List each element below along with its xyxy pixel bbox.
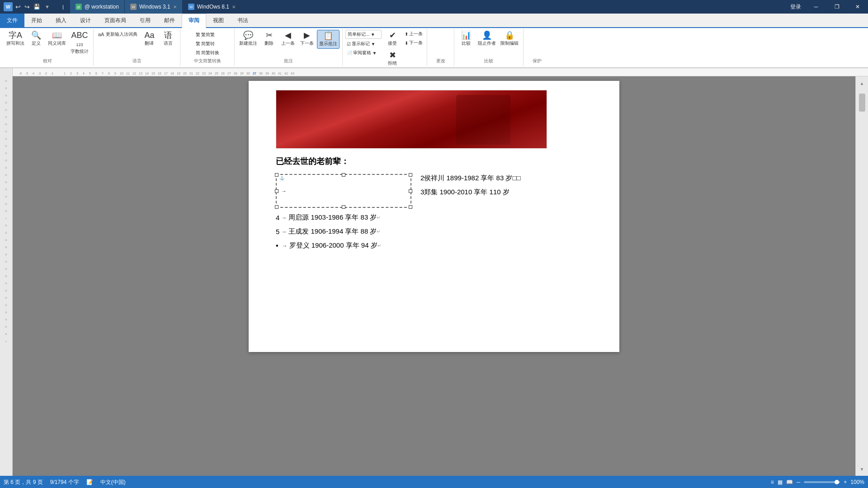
handle-tr[interactable] — [409, 173, 412, 177]
doc-image-container — [276, 90, 592, 149]
handle-bl[interactable] — [275, 205, 278, 209]
doc-entry-5: 5 → 王成发 1906-1994 享年 88 岁 ↵ — [276, 227, 592, 236]
right-sidebar[interactable]: ▲ ▼ — [855, 76, 868, 476]
ruler-main: -6 -5 -4 -3 -2 -1 1 2 3 4 5 6 7 8 9 10 1… — [13, 68, 868, 76]
view-normal-icon[interactable]: ≡ — [771, 479, 774, 485]
restore-btn[interactable]: ❐ — [826, 0, 847, 14]
tab-references[interactable]: 引用 — [133, 14, 157, 27]
simple-markup-dropdown[interactable]: ▼ — [371, 32, 375, 37]
tab-review[interactable]: 审阅 — [182, 14, 206, 28]
zoom-thumb[interactable] — [835, 480, 839, 484]
language-label: 语言 — [164, 40, 173, 47]
tab-insert[interactable]: 插入 — [49, 14, 73, 27]
btn-reject[interactable]: ✖ 拒绝 — [382, 50, 402, 68]
show-markup-dropdown[interactable]: ▼ — [371, 42, 375, 47]
view-read-icon[interactable]: 📖 — [786, 479, 793, 485]
scroll-up-btn[interactable]: ▲ — [860, 81, 864, 86]
sidebar-mark-26: ≡ — [5, 259, 7, 265]
tab-home[interactable]: 开始 — [24, 14, 49, 27]
handle-ml[interactable] — [275, 189, 278, 193]
btn-delete-comment[interactable]: ✂ 删除 — [260, 30, 278, 48]
quick-access-dropdown[interactable]: ▼ — [45, 4, 50, 9]
btn-next-change[interactable]: ⬇ 下一条 — [403, 39, 424, 47]
title-bar-tabs: @ @ workstation W Windows 3.1 ✕ W WindOw… — [70, 0, 241, 14]
tab-windows31-close[interactable]: ✕ — [173, 5, 177, 9]
btn-show-comments[interactable]: 📋 显示批注 — [317, 30, 340, 49]
handle-tl[interactable] — [275, 173, 278, 177]
title-bar-controls: 登录 ─ ❐ ✕ — [790, 0, 868, 14]
tab-view[interactable]: 视图 — [206, 14, 231, 27]
ribbon-group-tracking: 简单标记... ▼ ☑ 显示标记 ▼ 📄 审阅窗格 ▼ — [343, 29, 427, 66]
btn-restrict-edit[interactable]: 🔒 限制编辑 — [499, 30, 520, 48]
btn-update-ime[interactable]: aA 更新输入法词典 — [96, 30, 139, 39]
convert-group-title: 中文简繁转换 — [194, 58, 221, 65]
delete-comment-icon: ✂ — [266, 31, 273, 39]
sidebar-mark-25: ≡ — [5, 252, 7, 258]
sidebar-mark-6: ≡ — [5, 114, 7, 121]
btn-prev-change[interactable]: ⬆ 上一条 — [403, 30, 424, 38]
tab-windows81[interactable]: W WindOws 8.1 ✕ — [183, 0, 241, 14]
tracking-items: 简单标记... ▼ ☑ 显示标记 ▼ 📄 审阅窗格 ▼ — [345, 30, 424, 68]
btn-spelling[interactable]: 字A 拼写和法 — [5, 30, 26, 48]
handle-mr[interactable] — [409, 189, 412, 193]
btn-accept[interactable]: ✔ 接受 — [382, 30, 402, 48]
btn-simple-markup[interactable]: 简单标记... ▼ — [345, 30, 382, 39]
btn-trad-to-simp[interactable]: 繁繁简繁 — [194, 31, 216, 39]
main-layout: ≡ ≡ ≡ ≡ ≡ ≡ ≡ ≡ ≡ ≡ ≡ ≡ ≡ ≡ ≡ ≡ ≡ ≡ ≡ + … — [0, 76, 868, 476]
title-bar: W ↩ ↪ 💾 ▼ | @ @ workstation W Windows 3.… — [0, 0, 868, 14]
minimize-btn[interactable]: ─ — [806, 0, 826, 14]
doc-entry-4: 4 → 周启源 1903-1986 享年 83 岁 ↵ — [276, 213, 592, 222]
word-count: 9/1794 个字 — [50, 479, 79, 486]
btn-trad-convert[interactable]: 繁简繁转 — [194, 40, 216, 48]
btn-show-markup[interactable]: ☑ 显示标记 ▼ — [345, 40, 382, 48]
btn-review-pane[interactable]: 📄 审阅窗格 ▼ — [345, 49, 382, 57]
btn-translate[interactable]: Aa 翻译 — [140, 30, 158, 48]
tab-windows81-label: WindOws 8.1 — [197, 4, 229, 10]
btn-new-comment[interactable]: 💬 新建批注 — [237, 30, 259, 48]
review-pane-dropdown[interactable]: ▼ — [372, 51, 377, 56]
close-btn[interactable]: ✕ — [847, 0, 868, 14]
tab-layout[interactable]: 页面布局 — [98, 14, 133, 27]
tab-workstation[interactable]: @ @ workstation — [70, 0, 125, 14]
save-btn[interactable]: 💾 — [33, 4, 40, 10]
scroll-down-btn[interactable]: ▼ — [860, 467, 864, 472]
btn-wordcount[interactable]: ABC123 字数统计 — [69, 30, 90, 56]
doc-entry-2: 2侯祥川 1899-1982 享年 83 岁□□ — [420, 174, 521, 183]
scroll-thumb[interactable] — [859, 94, 865, 112]
tab-mail[interactable]: 邮件 — [157, 14, 182, 27]
view-layout-icon[interactable]: ▦ — [778, 479, 783, 485]
handle-br[interactable] — [409, 205, 412, 209]
btn-prev-comment[interactable]: ◀ 上一条 — [279, 30, 297, 48]
next-change-label: 下一条 — [409, 40, 423, 46]
handle-tm[interactable] — [342, 173, 345, 177]
tab-file[interactable]: 文件 — [0, 14, 24, 27]
zoom-slider[interactable] — [804, 481, 840, 483]
undo-btn[interactable]: ↩ — [15, 3, 21, 10]
handle-bm[interactable] — [342, 205, 345, 209]
btn-compare[interactable]: 📊 比较 — [457, 30, 475, 48]
compare-group-title: 比较 — [484, 58, 493, 65]
redo-btn[interactable]: ↪ — [24, 3, 30, 10]
btn-thesaurus[interactable]: 📖 同义词库 — [46, 30, 68, 48]
login-btn[interactable]: 登录 — [790, 3, 801, 11]
status-right: ≡ ▦ 📖 ─ + 100% — [771, 479, 864, 485]
entry5-arrow: → — [281, 229, 287, 235]
sidebar-mark-36: ≡ — [5, 331, 7, 338]
tab-windows31[interactable]: W Windows 3.1 ✕ — [125, 0, 183, 14]
sidebar-mark-22: ≡ — [5, 230, 7, 236]
zoom-plus-btn[interactable]: + — [844, 479, 847, 485]
tab-design[interactable]: 设计 — [73, 14, 98, 27]
tab-windows81-close[interactable]: ✕ — [232, 5, 236, 9]
btn-language[interactable]: 语 语言 — [159, 30, 177, 48]
page-info: 第 6 页，共 9 页 — [4, 479, 43, 486]
btn-define[interactable]: 🔍 定义 — [27, 30, 45, 48]
doc-area[interactable]: 已经去世的老前辈： → ⚓ — [13, 76, 855, 476]
btn-block-author[interactable]: 👤 阻止作者 — [476, 30, 498, 48]
btn-next-comment[interactable]: ▶ 下一条 — [298, 30, 316, 48]
zoom-minus-btn[interactable]: ─ — [797, 479, 801, 485]
tab-calligraphy[interactable]: 书法 — [231, 14, 255, 27]
btn-simp-to-trad[interactable]: 简简繁转换 — [194, 49, 221, 57]
sidebar-mark-28: ≡ — [5, 273, 7, 280]
entry4-arrow: → — [281, 215, 287, 221]
doc-text-box[interactable]: → ⚓ — [276, 174, 411, 208]
